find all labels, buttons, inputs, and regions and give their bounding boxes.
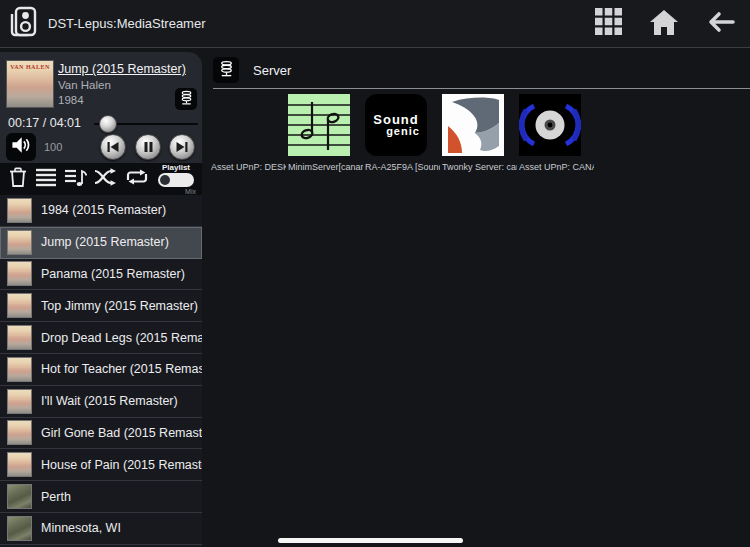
mix-toggle-label: Mix: [185, 188, 196, 195]
asset-upnp-cd-icon: [519, 94, 581, 156]
server-header-divider: [213, 88, 750, 89]
repeat-button[interactable]: [125, 167, 149, 191]
server-grid: Asset UPnP: DESKT... MinimServer[canarin…: [209, 94, 594, 172]
topbar: DST-Lepus:MediaStreamer: [0, 0, 750, 48]
trash-icon: [8, 166, 28, 192]
server-thumbnail: [519, 94, 581, 156]
shuffle-icon: [94, 168, 118, 190]
track-row[interactable]: Minnesota, WI: [0, 513, 202, 545]
now-playing-card: VAN HALEN Jump (2015 Remaster) Van Halen…: [0, 52, 202, 163]
playlist-note-icon: [64, 167, 87, 192]
shuffle-button[interactable]: [94, 167, 118, 191]
track-album-art: [7, 325, 32, 350]
grid-icon: [594, 7, 623, 40]
now-playing-album-art: VAN HALEN: [6, 60, 54, 108]
playlist-toolbar: Playlist Mix: [0, 163, 202, 195]
soundgenic-text: genic: [386, 126, 420, 137]
track-row[interactable]: House of Pain (2015 Remaster): [0, 449, 202, 481]
track-title: I'll Wait (2015 Remaster): [41, 394, 178, 408]
album-art-caption: VAN HALEN: [7, 64, 53, 70]
next-track-button[interactable]: [169, 134, 195, 160]
horizontal-scrollbar[interactable]: [278, 538, 463, 543]
pause-icon: [144, 138, 153, 156]
track-row[interactable]: Jump (2015 Remaster): [0, 227, 202, 259]
server-thumbnail: [442, 94, 504, 156]
server-panel-title: Server: [253, 63, 291, 78]
now-playing-album: 1984: [58, 94, 168, 106]
track-row[interactable]: Drop Dead Legs (2015 Remaster): [0, 322, 202, 354]
now-playing-title[interactable]: Jump (2015 Remaster): [58, 62, 168, 76]
progress-row: 00:17 / 04:01: [0, 113, 202, 135]
track-album-art: [7, 516, 32, 541]
seek-slider[interactable]: [94, 123, 198, 125]
previous-track-button[interactable]: [100, 134, 126, 160]
track-title: Girl Gone Bad (2015 Remaster): [41, 426, 202, 440]
volume-icon: [10, 135, 32, 159]
home-button[interactable]: [648, 9, 680, 39]
track-album-art: [7, 357, 32, 382]
server-item[interactable]: MinimServer[canarin...: [286, 94, 363, 172]
track-title: Panama (2015 Remaster): [41, 267, 185, 281]
server-label: Twonky Server: cana...: [442, 162, 517, 172]
track-row[interactable]: Top Jimmy (2015 Remaster): [0, 290, 202, 322]
track-row[interactable]: Hot for Teacher (2015 Remaster): [0, 354, 202, 386]
playlist-track-list: 1984 (2015 Remaster) Jump (2015 Remaster…: [0, 195, 202, 547]
track-title: House of Pain (2015 Remaster): [41, 458, 202, 472]
clear-playlist-button[interactable]: [8, 167, 28, 191]
volume-button[interactable]: [6, 133, 36, 161]
time-display: 00:17 / 04:01: [8, 116, 81, 130]
server-label: Asset UPnP: DESKT...: [211, 162, 286, 172]
playlist-mix-toggle-group: Playlist Mix: [156, 163, 196, 195]
grid-menu-button[interactable]: [592, 9, 624, 39]
server-header-icon-button[interactable]: [213, 57, 239, 83]
app-title: DST-Lepus:MediaStreamer: [48, 16, 206, 31]
database-icon: [217, 59, 236, 82]
back-button[interactable]: [704, 9, 736, 39]
transport-row: 100: [0, 133, 202, 163]
track-row[interactable]: Panama (2015 Remaster): [0, 259, 202, 291]
now-playing-artist: Van Halen: [58, 79, 168, 91]
server-header: Server: [213, 57, 291, 83]
renderer-server-button[interactable]: [175, 88, 197, 110]
server-item[interactable]: Soundgenic RA-A25F9A [Soundg...: [363, 94, 440, 172]
playlist-mix-toggle[interactable]: [158, 173, 194, 187]
seek-knob[interactable]: [99, 115, 117, 133]
topbar-actions: [592, 9, 736, 39]
soundgenic-text: Sound: [373, 114, 418, 126]
server-item[interactable]: Twonky Server: cana...: [440, 94, 517, 172]
track-title: Top Jimmy (2015 Remaster): [41, 299, 198, 313]
playlist-toggle-label: Playlist: [162, 163, 190, 172]
server-item[interactable]: Asset UPnP: DESKT...: [209, 94, 286, 172]
server-panel: Server Asset UPnP: DESKT... MinimServer[…: [207, 49, 750, 547]
queue-list-icon: [35, 167, 57, 191]
repeat-icon: [125, 168, 149, 190]
previous-icon: [107, 138, 119, 156]
track-row[interactable]: 1984 (2015 Remaster): [0, 195, 202, 227]
server-thumbnail: [288, 94, 350, 156]
home-icon: [649, 8, 679, 40]
database-icon: [178, 89, 195, 110]
server-label: RA-A25F9A [Soundg...: [365, 162, 440, 172]
server-label: Asset UPnP: CANARI...: [519, 162, 594, 172]
twonky-logo-icon: [442, 94, 504, 156]
track-album-art: [7, 261, 32, 286]
server-label: MinimServer[canarin...: [288, 162, 363, 172]
track-row[interactable]: Girl Gone Bad (2015 Remaster): [0, 418, 202, 450]
pause-button[interactable]: [135, 134, 161, 160]
server-item[interactable]: Asset UPnP: CANARI...: [517, 94, 594, 172]
queue-list-button[interactable]: [35, 167, 57, 191]
track-row[interactable]: I'll Wait (2015 Remaster): [0, 386, 202, 418]
track-album-art: [7, 420, 32, 445]
track-album-art: [7, 198, 32, 223]
track-album-art: [7, 293, 32, 318]
track-title: 1984 (2015 Remaster): [41, 203, 166, 217]
app-window: DST-Lepus:MediaStreamer: [0, 0, 750, 547]
track-album-art: [7, 484, 32, 509]
server-thumbnail: [211, 94, 273, 156]
track-row[interactable]: Perth: [0, 481, 202, 513]
now-playing-meta: Jump (2015 Remaster) Van Halen 1984: [58, 62, 168, 106]
back-arrow-icon: [704, 9, 736, 39]
track-title: Minnesota, WI: [41, 521, 121, 535]
next-icon: [176, 138, 188, 156]
playlist-note-button[interactable]: [64, 167, 87, 191]
